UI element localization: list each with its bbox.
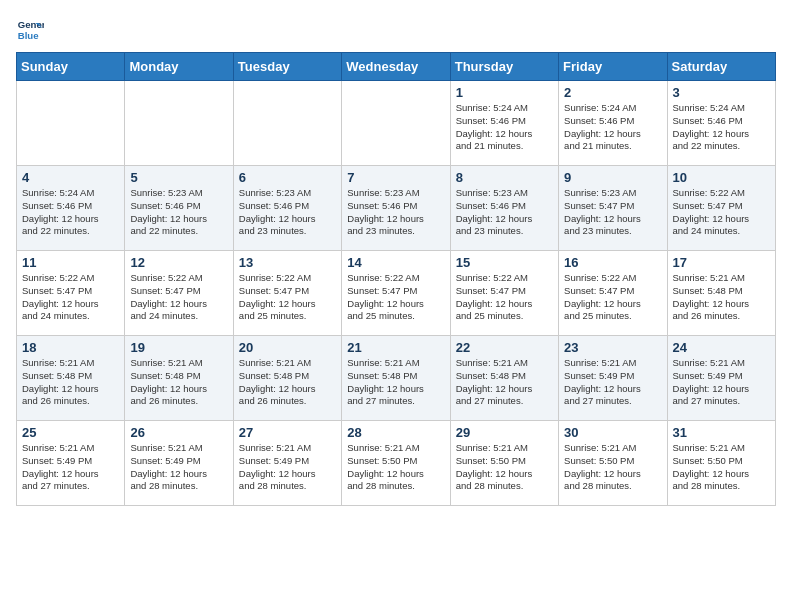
day-number: 20 [239, 340, 336, 355]
day-info: Sunrise: 5:21 AMSunset: 5:50 PMDaylight:… [347, 442, 444, 493]
day-number: 29 [456, 425, 553, 440]
calendar-cell: 2Sunrise: 5:24 AMSunset: 5:46 PMDaylight… [559, 81, 667, 166]
weekday-header: Wednesday [342, 53, 450, 81]
day-number: 5 [130, 170, 227, 185]
calendar-cell: 22Sunrise: 5:21 AMSunset: 5:48 PMDayligh… [450, 336, 558, 421]
day-info: Sunrise: 5:23 AMSunset: 5:47 PMDaylight:… [564, 187, 661, 238]
day-info: Sunrise: 5:22 AMSunset: 5:47 PMDaylight:… [347, 272, 444, 323]
day-info: Sunrise: 5:21 AMSunset: 5:49 PMDaylight:… [130, 442, 227, 493]
day-number: 17 [673, 255, 770, 270]
day-info: Sunrise: 5:22 AMSunset: 5:47 PMDaylight:… [564, 272, 661, 323]
day-number: 6 [239, 170, 336, 185]
calendar-cell: 7Sunrise: 5:23 AMSunset: 5:46 PMDaylight… [342, 166, 450, 251]
day-info: Sunrise: 5:21 AMSunset: 5:48 PMDaylight:… [130, 357, 227, 408]
day-info: Sunrise: 5:21 AMSunset: 5:48 PMDaylight:… [22, 357, 119, 408]
day-number: 26 [130, 425, 227, 440]
day-number: 7 [347, 170, 444, 185]
day-number: 9 [564, 170, 661, 185]
day-number: 1 [456, 85, 553, 100]
day-number: 21 [347, 340, 444, 355]
calendar-cell: 19Sunrise: 5:21 AMSunset: 5:48 PMDayligh… [125, 336, 233, 421]
weekday-header: Sunday [17, 53, 125, 81]
day-info: Sunrise: 5:21 AMSunset: 5:50 PMDaylight:… [673, 442, 770, 493]
calendar-cell: 24Sunrise: 5:21 AMSunset: 5:49 PMDayligh… [667, 336, 775, 421]
calendar-cell: 1Sunrise: 5:24 AMSunset: 5:46 PMDaylight… [450, 81, 558, 166]
day-info: Sunrise: 5:21 AMSunset: 5:48 PMDaylight:… [456, 357, 553, 408]
day-info: Sunrise: 5:21 AMSunset: 5:49 PMDaylight:… [673, 357, 770, 408]
day-info: Sunrise: 5:24 AMSunset: 5:46 PMDaylight:… [673, 102, 770, 153]
calendar-cell [125, 81, 233, 166]
day-info: Sunrise: 5:21 AMSunset: 5:48 PMDaylight:… [673, 272, 770, 323]
calendar-cell: 26Sunrise: 5:21 AMSunset: 5:49 PMDayligh… [125, 421, 233, 506]
day-info: Sunrise: 5:21 AMSunset: 5:49 PMDaylight:… [564, 357, 661, 408]
day-info: Sunrise: 5:21 AMSunset: 5:49 PMDaylight:… [239, 442, 336, 493]
calendar-cell: 31Sunrise: 5:21 AMSunset: 5:50 PMDayligh… [667, 421, 775, 506]
day-info: Sunrise: 5:23 AMSunset: 5:46 PMDaylight:… [347, 187, 444, 238]
day-number: 14 [347, 255, 444, 270]
weekday-header: Monday [125, 53, 233, 81]
day-number: 3 [673, 85, 770, 100]
calendar-cell: 21Sunrise: 5:21 AMSunset: 5:48 PMDayligh… [342, 336, 450, 421]
calendar-cell: 9Sunrise: 5:23 AMSunset: 5:47 PMDaylight… [559, 166, 667, 251]
svg-text:General: General [18, 19, 44, 30]
day-info: Sunrise: 5:22 AMSunset: 5:47 PMDaylight:… [130, 272, 227, 323]
day-number: 28 [347, 425, 444, 440]
day-info: Sunrise: 5:21 AMSunset: 5:49 PMDaylight:… [22, 442, 119, 493]
day-info: Sunrise: 5:21 AMSunset: 5:50 PMDaylight:… [564, 442, 661, 493]
day-number: 30 [564, 425, 661, 440]
calendar-cell: 8Sunrise: 5:23 AMSunset: 5:46 PMDaylight… [450, 166, 558, 251]
day-number: 13 [239, 255, 336, 270]
calendar-table: SundayMondayTuesdayWednesdayThursdayFrid… [16, 52, 776, 506]
day-number: 27 [239, 425, 336, 440]
logo: General Blue [16, 16, 44, 44]
day-info: Sunrise: 5:22 AMSunset: 5:47 PMDaylight:… [456, 272, 553, 323]
day-number: 22 [456, 340, 553, 355]
calendar-cell: 17Sunrise: 5:21 AMSunset: 5:48 PMDayligh… [667, 251, 775, 336]
day-number: 4 [22, 170, 119, 185]
day-info: Sunrise: 5:24 AMSunset: 5:46 PMDaylight:… [22, 187, 119, 238]
calendar-cell: 4Sunrise: 5:24 AMSunset: 5:46 PMDaylight… [17, 166, 125, 251]
day-number: 2 [564, 85, 661, 100]
calendar-cell: 14Sunrise: 5:22 AMSunset: 5:47 PMDayligh… [342, 251, 450, 336]
day-number: 24 [673, 340, 770, 355]
calendar-cell: 11Sunrise: 5:22 AMSunset: 5:47 PMDayligh… [17, 251, 125, 336]
weekday-header: Saturday [667, 53, 775, 81]
calendar-cell: 25Sunrise: 5:21 AMSunset: 5:49 PMDayligh… [17, 421, 125, 506]
day-info: Sunrise: 5:23 AMSunset: 5:46 PMDaylight:… [130, 187, 227, 238]
page-header: General Blue [16, 16, 776, 44]
calendar-cell: 20Sunrise: 5:21 AMSunset: 5:48 PMDayligh… [233, 336, 341, 421]
calendar-cell: 23Sunrise: 5:21 AMSunset: 5:49 PMDayligh… [559, 336, 667, 421]
calendar-cell [233, 81, 341, 166]
day-number: 31 [673, 425, 770, 440]
svg-text:Blue: Blue [18, 30, 39, 41]
calendar-cell: 12Sunrise: 5:22 AMSunset: 5:47 PMDayligh… [125, 251, 233, 336]
day-number: 15 [456, 255, 553, 270]
calendar-cell: 28Sunrise: 5:21 AMSunset: 5:50 PMDayligh… [342, 421, 450, 506]
day-number: 18 [22, 340, 119, 355]
day-info: Sunrise: 5:24 AMSunset: 5:46 PMDaylight:… [456, 102, 553, 153]
calendar-cell [342, 81, 450, 166]
day-number: 8 [456, 170, 553, 185]
calendar-cell: 18Sunrise: 5:21 AMSunset: 5:48 PMDayligh… [17, 336, 125, 421]
calendar-cell: 27Sunrise: 5:21 AMSunset: 5:49 PMDayligh… [233, 421, 341, 506]
calendar-cell: 13Sunrise: 5:22 AMSunset: 5:47 PMDayligh… [233, 251, 341, 336]
day-number: 19 [130, 340, 227, 355]
day-info: Sunrise: 5:21 AMSunset: 5:50 PMDaylight:… [456, 442, 553, 493]
calendar-cell: 30Sunrise: 5:21 AMSunset: 5:50 PMDayligh… [559, 421, 667, 506]
day-number: 10 [673, 170, 770, 185]
calendar-cell: 29Sunrise: 5:21 AMSunset: 5:50 PMDayligh… [450, 421, 558, 506]
day-info: Sunrise: 5:23 AMSunset: 5:46 PMDaylight:… [239, 187, 336, 238]
day-number: 12 [130, 255, 227, 270]
day-number: 11 [22, 255, 119, 270]
weekday-header: Thursday [450, 53, 558, 81]
weekday-header: Tuesday [233, 53, 341, 81]
calendar-cell: 5Sunrise: 5:23 AMSunset: 5:46 PMDaylight… [125, 166, 233, 251]
calendar-cell [17, 81, 125, 166]
day-info: Sunrise: 5:22 AMSunset: 5:47 PMDaylight:… [239, 272, 336, 323]
weekday-header: Friday [559, 53, 667, 81]
day-info: Sunrise: 5:23 AMSunset: 5:46 PMDaylight:… [456, 187, 553, 238]
day-number: 25 [22, 425, 119, 440]
calendar-cell: 10Sunrise: 5:22 AMSunset: 5:47 PMDayligh… [667, 166, 775, 251]
calendar-cell: 15Sunrise: 5:22 AMSunset: 5:47 PMDayligh… [450, 251, 558, 336]
day-info: Sunrise: 5:22 AMSunset: 5:47 PMDaylight:… [22, 272, 119, 323]
